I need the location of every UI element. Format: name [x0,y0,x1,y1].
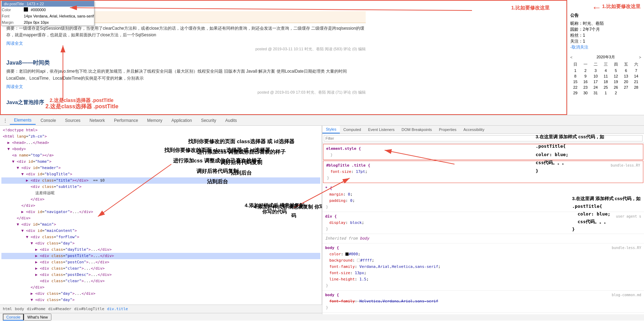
html-line-maincontent: ▼ <div id="mainContent"> [1,228,320,234]
cal-cell[interactable]: 7 [631,68,641,73]
html-line-doctype: <!doctype html> [1,127,320,133]
body-fontsize: font-size: 13px; [325,271,366,275]
cal-cell[interactable]: 27 [621,85,631,90]
age-label: 园龄： [570,27,583,32]
code-comment: css代码。。。 [536,159,641,167]
tab-security[interactable]: Security [197,117,220,124]
cal-row: 15161718192021 [570,79,641,85]
cal-header-row: 日 一 二 三 四 五 六 [570,61,641,68]
cal-row: 29303112 [570,90,641,96]
cal-cell[interactable]: 14 [631,73,641,79]
styles-tab-event-listeners[interactable]: Event Listeners [365,126,398,133]
tab-elements[interactable]: Elements [10,116,36,125]
cal-cell[interactable]: 24 [591,85,601,90]
styles-tab-styles[interactable]: Styles [322,126,340,133]
cal-cell[interactable]: 12 [611,73,621,79]
cal-next[interactable]: > [639,55,641,59]
cal-prev[interactable]: < [570,55,572,59]
cal-cell[interactable]: 1 [570,68,580,73]
styles-tab-accessibility[interactable]: Accessibility [460,126,488,133]
cal-cell[interactable]: 23 [580,85,591,90]
element-style-selector: element.style { [326,146,361,151]
unfollow-btn[interactable]: -取消关注 [570,44,641,50]
cal-cell[interactable]: 2 [611,90,621,96]
cal-cell[interactable]: 9 [580,73,591,79]
cal-cell[interactable]: 18 [601,79,611,85]
body-block: bundle-less.RY body { color: #000; backg… [322,243,644,291]
code-prop1: color: blue; [536,151,641,159]
cal-cell[interactable]: 20 [621,79,631,85]
html-line-clear1: ▶ <div class="clear">...</div> [1,265,320,272]
tab-memory[interactable]: Memory [143,117,166,124]
html-line-day2: ▶ <div class="day">...</div> [1,291,320,297]
tab-sources[interactable]: Sources [61,117,85,124]
post3-title[interactable]: Java之冒泡排序 [6,99,44,105]
html-line-posttitle[interactable]: ▶ <div class="postTitle">...</div> [1,253,320,259]
body-bg: background: #ffff; [325,258,374,263]
cal-cell[interactable]: 3 [591,68,601,73]
tab-console[interactable]: Console [36,117,60,124]
cal-cell[interactable]: 22 [570,85,580,90]
cal-cell[interactable]: 6 [621,68,631,73]
cal-cell[interactable]: 5 [611,68,621,73]
fans-val: 1 [583,33,585,38]
cal-cell[interactable]: 19 [611,79,621,85]
tab-network[interactable]: Network [85,117,109,124]
cal-cell[interactable]: 4 [601,68,611,73]
post1-readmore[interactable]: 阅读全文 [6,41,23,46]
code-example: .postTitle{ color: blue; css代码。。。 } [536,142,641,175]
html-line-title-div[interactable]: ▶ <div class="title"></div> == $0 [1,177,320,184]
html-line-day3: ▼ <div class="day"> [1,297,320,303]
nick-label: 昵称： [570,21,583,26]
bottom-console-tab[interactable]: Console [3,314,24,321]
cal-th-sun: 日 [570,61,580,68]
breadcrumb-div-home[interactable]: div#home [27,307,45,311]
styles-tab-computed[interactable]: Computed [340,126,365,133]
star-padding: padding: 0; [325,198,355,203]
cal-cell[interactable]: 10 [591,73,601,79]
styles-tab-properties[interactable]: Properties [435,126,460,133]
breadcrumb-div-title[interactable]: div.title [107,307,128,311]
breadcrumb-div-header[interactable]: div#header [48,307,71,311]
html-line-postdesc: ▶ <div class="postDesc">...</div> [1,272,320,278]
cal-cell[interactable]: 2 [580,68,591,73]
cal-cell[interactable]: 8 [570,73,580,79]
body-close: } [325,283,328,288]
cal-cell[interactable]: 16 [580,79,591,85]
code-close: } [536,167,641,175]
center-line4: 沾到后台 [171,168,311,178]
cal-cell [621,90,631,96]
breadcrumb-body[interactable]: body [15,307,24,311]
blogtitle-selector: #blogTitle .title { [326,163,370,168]
post2-summary: 摘要：老旧的时间api，依存javo.time包下吃 比之前的更加规范，并且解决… [6,68,366,81]
cal-cell[interactable]: 21 [631,79,641,85]
post2-area: Java8——时间类 摘要：老旧的时间api，依存javo.time包下吃 比之… [6,59,366,95]
tab-application[interactable]: Application [167,117,196,124]
tab-audits[interactable]: Audits [221,117,241,124]
cal-cell[interactable]: 17 [591,79,601,85]
cal-cell[interactable]: 29 [570,90,580,96]
inspect-tooltip: div.postTitle 1473 × 22 Color #000000 Fo… [1,1,94,26]
cal-cell[interactable]: 13 [621,73,631,79]
cal-row: 22232425262728 [570,85,641,90]
body-st-source: blog-common.md [612,292,641,298]
cal-cell[interactable]: 11 [601,73,611,79]
cal-cell[interactable]: 31 [591,90,601,96]
cal-cell[interactable]: 26 [611,85,621,90]
post2-readmore[interactable]: 阅读全文 [6,84,23,89]
breadcrumb-html[interactable]: html [3,307,12,311]
cal-cell[interactable]: 15 [570,79,580,85]
bottom-whatsnew-tab[interactable]: What's New [24,314,51,321]
sidebar-content: 公告 昵称：时光、巷陌 园龄：2年7个月 粉丝：1 关注：1 -取消关注 < 2… [570,13,641,96]
post2-title[interactable]: Java8——时间类 [6,59,366,67]
follow-label: 关注： [570,39,583,44]
styles-tab-dom-breakpoints[interactable]: DOM Breakpoints [398,126,436,133]
cal-cell[interactable]: 28 [631,85,641,90]
tab-performance[interactable]: Performance [110,117,142,124]
cal-cell[interactable]: 1 [601,90,611,96]
breadcrumb-div-blogtitle[interactable]: div#blogTitle [74,307,104,311]
cal-cell[interactable]: 30 [580,90,591,96]
cal-cell[interactable]: 25 [601,85,611,90]
devtools-body: <!doctype html> <html lang="zh-cn"> ▶ <h… [0,126,644,305]
body-strikethrough-block: blog-common.md body { font-family: Helve… [322,291,644,305]
